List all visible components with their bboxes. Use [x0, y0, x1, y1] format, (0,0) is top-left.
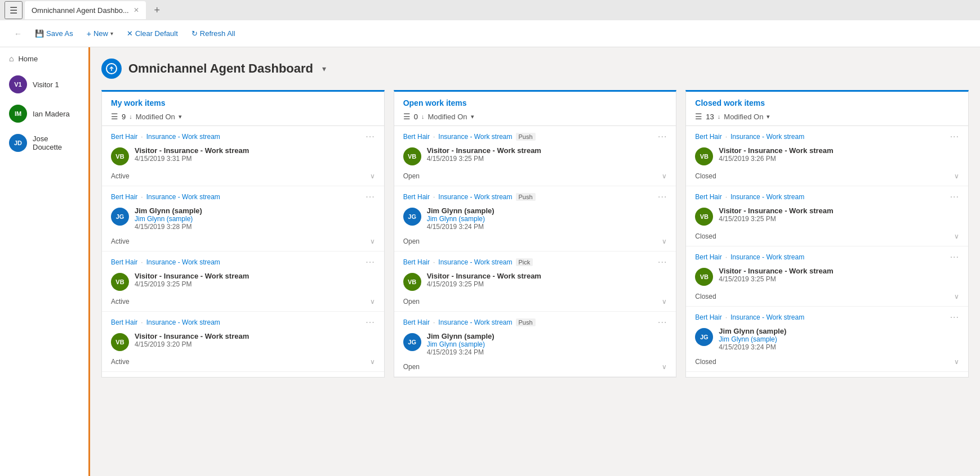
card-info: Jim Glynn (sample) Jim Glynn (sample) 4/…: [135, 206, 375, 231]
active-tab[interactable]: Omnichannel Agent Dashbo... ✕: [25, 1, 146, 19]
sidebar-item-ian-madera[interactable]: IM Ian Madera: [0, 99, 88, 128]
stream-name[interactable]: Insurance - Work stream: [146, 318, 220, 326]
card-avatar: JG: [403, 333, 421, 351]
new-button[interactable]: + New ▾: [81, 26, 119, 42]
agent-name[interactable]: Bert Hair: [111, 258, 137, 266]
stream-name[interactable]: Insurance - Work stream: [438, 318, 512, 326]
sidebar-item-visitor1[interactable]: V1 Visitor 1: [0, 70, 88, 99]
refresh-all-button[interactable]: ↻ Refresh All: [186, 26, 241, 41]
badge: Push: [516, 193, 536, 201]
dashboard-columns: My work items ☰ 9 ↓ Modified On ▾ Bert H…: [101, 90, 969, 378]
stream-name[interactable]: Insurance - Work stream: [146, 258, 220, 266]
hamburger-button[interactable]: ☰: [5, 1, 23, 19]
expand-button[interactable]: ∨: [954, 232, 959, 240]
stream-name[interactable]: Insurance - Work stream: [730, 193, 804, 201]
expand-button[interactable]: ∨: [954, 293, 959, 300]
card-status: Open: [403, 363, 420, 371]
more-button[interactable]: ···: [366, 132, 375, 142]
agent-name[interactable]: Bert Hair: [403, 258, 430, 266]
stream-name[interactable]: Insurance - Work stream: [438, 133, 512, 141]
work-item-card-col2-3[interactable]: Bert Hair · Insurance - Work stream ··· …: [686, 307, 968, 372]
stream-name[interactable]: Insurance - Work stream: [730, 253, 804, 261]
work-item-card-col2-0[interactable]: Bert Hair · Insurance - Work stream ··· …: [686, 126, 968, 186]
sidebar-home-item[interactable]: ⌂ Home: [0, 47, 88, 70]
more-button[interactable]: ···: [366, 317, 375, 327]
agent-name[interactable]: Bert Hair: [111, 133, 137, 141]
more-button[interactable]: ···: [658, 317, 667, 327]
more-button[interactable]: ···: [950, 132, 959, 142]
agent-name[interactable]: Bert Hair: [695, 313, 721, 321]
card-subtitle[interactable]: Jim Glynn (sample): [427, 215, 667, 223]
card-subtitle[interactable]: Jim Glynn (sample): [427, 340, 667, 348]
more-button[interactable]: ···: [658, 257, 667, 267]
work-item-card-col0-2[interactable]: Bert Hair · Insurance - Work stream ··· …: [102, 252, 384, 312]
card-status: Active: [111, 237, 130, 245]
work-item-card-col0-1[interactable]: Bert Hair · Insurance - Work stream ··· …: [102, 186, 384, 252]
card-subtitle[interactable]: Jim Glynn (sample): [719, 335, 959, 343]
add-tab-button[interactable]: +: [148, 1, 166, 19]
card-date: 4/15/2019 3:28 PM: [135, 223, 375, 231]
card-date: 4/15/2019 3:20 PM: [135, 340, 375, 348]
user-name-jose-doucette: Jose Doucette: [33, 134, 79, 151]
back-button[interactable]: ←: [9, 25, 27, 43]
stream-name[interactable]: Insurance - Work stream: [730, 133, 804, 141]
agent-name[interactable]: Bert Hair: [695, 253, 721, 261]
card-info: Visitor - Insurance - Work stream 4/15/2…: [719, 206, 959, 223]
expand-button[interactable]: ∨: [662, 172, 667, 180]
sort-arrow-2[interactable]: ▾: [767, 113, 770, 120]
agent-name[interactable]: Bert Hair: [403, 318, 430, 326]
work-item-card-col1-2[interactable]: Bert Hair · Insurance - Work stream Pick…: [394, 252, 676, 312]
expand-button[interactable]: ∨: [954, 358, 959, 366]
agent-name[interactable]: Bert Hair: [695, 133, 721, 141]
more-button[interactable]: ···: [950, 312, 959, 322]
work-item-card-col2-2[interactable]: Bert Hair · Insurance - Work stream ··· …: [686, 246, 968, 307]
expand-button[interactable]: ∨: [954, 172, 959, 180]
expand-button[interactable]: ∨: [370, 172, 375, 180]
stream-name[interactable]: Insurance - Work stream: [730, 313, 804, 321]
agent-name[interactable]: Bert Hair: [111, 193, 137, 201]
stream-name[interactable]: Insurance - Work stream: [146, 133, 220, 141]
col-header-1: Open work items ☰ 0 ↓ Modified On ▾: [394, 92, 676, 126]
more-button[interactable]: ···: [658, 132, 667, 142]
stream-name[interactable]: Insurance - Work stream: [438, 193, 512, 201]
stream-name[interactable]: Insurance - Work stream: [438, 258, 512, 266]
expand-button[interactable]: ∨: [370, 237, 375, 245]
work-item-card-col2-1[interactable]: Bert Hair · Insurance - Work stream ··· …: [686, 186, 968, 246]
work-item-card-col1-1[interactable]: Bert Hair · Insurance - Work stream Push…: [394, 186, 676, 252]
expand-button[interactable]: ∨: [370, 298, 375, 306]
more-button[interactable]: ···: [366, 192, 375, 202]
tab-close-icon[interactable]: ✕: [133, 6, 139, 14]
card-title: Visitor - Insurance - Work stream: [427, 146, 667, 155]
agent-name[interactable]: Bert Hair: [403, 133, 430, 141]
sidebar-item-jose-doucette[interactable]: JD Jose Doucette: [0, 128, 88, 158]
work-item-card-col0-3[interactable]: Bert Hair · Insurance - Work stream ··· …: [102, 312, 384, 372]
card-title: Visitor - Insurance - Work stream: [427, 272, 667, 280]
work-item-card-col1-3[interactable]: Bert Hair · Insurance - Work stream Push…: [394, 312, 676, 377]
expand-button[interactable]: ∨: [662, 298, 667, 306]
sort-arrow-1[interactable]: ▾: [471, 113, 474, 120]
expand-button[interactable]: ∨: [662, 237, 667, 245]
agent-name[interactable]: Bert Hair: [111, 318, 137, 326]
avatar-jose-doucette: JD: [9, 134, 27, 152]
sort-arrow-0[interactable]: ▾: [179, 113, 182, 120]
more-button[interactable]: ···: [950, 192, 959, 202]
card-subtitle[interactable]: Jim Glynn (sample): [135, 215, 375, 223]
more-button[interactable]: ···: [658, 192, 667, 202]
col-title-0: My work items: [111, 98, 375, 107]
agent-name[interactable]: Bert Hair: [403, 193, 430, 201]
card-avatar: VB: [111, 147, 129, 165]
new-dropdown-icon[interactable]: ▾: [110, 30, 113, 37]
stream-name[interactable]: Insurance - Work stream: [146, 193, 220, 201]
work-item-card-col1-0[interactable]: Bert Hair · Insurance - Work stream Push…: [394, 126, 676, 186]
work-item-card-col0-0[interactable]: Bert Hair · Insurance - Work stream ··· …: [102, 126, 384, 186]
save-as-button[interactable]: 💾 Save As: [29, 26, 79, 41]
more-button[interactable]: ···: [366, 257, 375, 267]
card-info: Jim Glynn (sample) Jim Glynn (sample) 4/…: [427, 206, 667, 231]
page-title-dropdown[interactable]: ▾: [322, 64, 326, 73]
expand-button[interactable]: ∨: [370, 358, 375, 366]
clear-default-button[interactable]: ✕ Clear Default: [121, 26, 184, 41]
expand-button[interactable]: ∨: [662, 363, 667, 371]
more-button[interactable]: ···: [950, 252, 959, 262]
card-title: Visitor - Insurance - Work stream: [135, 146, 375, 155]
agent-name[interactable]: Bert Hair: [695, 193, 721, 201]
